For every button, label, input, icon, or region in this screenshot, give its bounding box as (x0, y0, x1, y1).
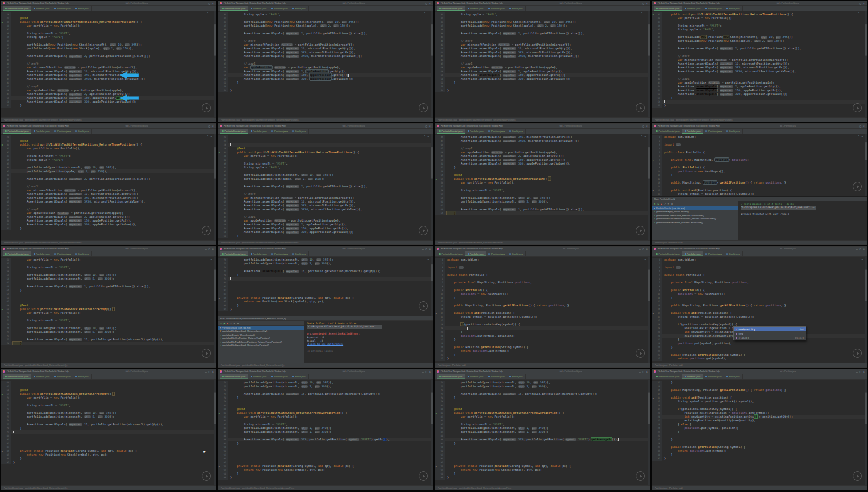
tab-position[interactable]: Position.java (52, 6, 73, 11)
run-gutter-icon[interactable]: ▶ (2, 20, 3, 24)
inspections-widget[interactable]: ⌃ ⌄ (858, 135, 864, 137)
tab-portfolio[interactable]: Portfolio.java (248, 129, 270, 134)
scrollbar[interactable] (431, 11, 433, 117)
rerun-failed-icon[interactable]: ▶ (224, 322, 225, 325)
inspections-widget[interactable]: ⌃ ⌄ (858, 257, 864, 260)
window-controls[interactable]: — ▢ ✕ (639, 125, 648, 128)
inspections-widget[interactable]: ⌃ ⌄ (858, 380, 864, 383)
settings-icon[interactable]: ⚙ (237, 322, 239, 325)
inspections-widget[interactable]: ⌃ ⌄ (424, 12, 430, 15)
inspections-widget[interactable]: ⌃ ⌄ (858, 12, 864, 15)
window-controls[interactable]: — ▢ ✕ (856, 248, 865, 250)
editor[interactable]: 1package com.tdd.me;23import ...45public… (652, 134, 867, 196)
run-gutter-icon[interactable]: ▶ (219, 296, 220, 300)
run-tab-label[interactable]: Run: PortfolioShould.portfolioWithSameSt… (220, 317, 286, 320)
editor[interactable]: 34 String apple = "AAPL";3536 portfolio.… (435, 11, 650, 117)
window-controls[interactable]: — ▢ ✕ (856, 125, 865, 128)
editor[interactable]: 2829 @Test30▶ public void portfolioWithT… (1, 11, 216, 117)
tab-stock[interactable]: Stock.java (73, 374, 92, 379)
inspections-widget[interactable]: ⌃ ⌄ (207, 257, 213, 260)
tab-position[interactable]: Position.java (486, 251, 507, 256)
menu-bar[interactable]: File Edit View Navigate Code Refactor Bu… (224, 370, 286, 373)
editor[interactable]: 44 Assertions.assertEquals( expected: 34… (435, 134, 650, 240)
inspections-widget[interactable]: ⌃ ⌄ (207, 380, 213, 383)
tab-position[interactable]: Position.java (703, 251, 724, 256)
tab-portfolioshould[interactable]: PortfolioShould.java (437, 129, 465, 134)
run-gutter-icon[interactable]: ▶ (219, 411, 220, 415)
editor[interactable]: 1package com.tdd.me;23import ...45public… (652, 257, 867, 363)
tab-portfolio[interactable]: Portfolio.java (682, 251, 704, 256)
completion-item[interactable]: new (734, 331, 806, 336)
tab-portfolioshould[interactable]: PortfolioShould.java (220, 129, 248, 134)
run-gutter-icon[interactable]: ▶ (436, 411, 437, 415)
tab-portfolio[interactable]: Portfolio.java (682, 374, 704, 379)
tab-stock[interactable]: Stock.java (724, 374, 743, 379)
run-gutter-icon[interactable]: ▶ (219, 150, 220, 154)
tab-portfolioshould[interactable]: PortfolioShould.java (654, 251, 682, 256)
editor[interactable]: 74 portfolio.add(position(microsoft, qty… (435, 380, 650, 485)
tab-portfolioshould[interactable]: PortfolioShould.java (3, 6, 31, 11)
menu-bar[interactable]: File Edit View Navigate Code Refactor Bu… (441, 2, 503, 4)
window-controls[interactable]: — ▢ ✕ (422, 370, 431, 373)
window-controls[interactable]: — ▢ ✕ (422, 2, 431, 5)
inspections-widget[interactable]: ⌃ ⌄ (207, 135, 213, 137)
window-controls[interactable]: — ▢ ✕ (422, 248, 431, 250)
sort-icon[interactable]: ≡ (668, 203, 669, 205)
tab-portfolio[interactable]: Portfolio.java (31, 129, 53, 134)
tab-portfolio[interactable]: Portfolio.java (31, 251, 53, 256)
scrollbar[interactable] (214, 11, 216, 117)
scrollbar[interactable] (431, 257, 433, 316)
tab-portfolioshould[interactable]: PortfolioShould.java (3, 129, 31, 134)
editor[interactable]: 74 portfolio.add(position(microsoft, qty… (218, 257, 433, 316)
menu-bar[interactable]: File Edit View Navigate Code Refactor Bu… (658, 2, 720, 4)
tab-position[interactable]: Position.java (52, 129, 73, 134)
tab-portfolio[interactable]: Portfolio.java (465, 6, 487, 11)
tab-stock[interactable]: Stock.java (507, 129, 526, 134)
scrollbar[interactable] (865, 257, 867, 363)
tab-position[interactable]: Position.java (52, 251, 73, 256)
tab-stock[interactable]: Stock.java (290, 129, 309, 134)
stop-icon[interactable]: ■ (661, 203, 662, 205)
window-controls[interactable]: — ▢ ✕ (639, 370, 648, 373)
menu-bar[interactable]: File Edit View Navigate Code Refactor Bu… (7, 125, 69, 127)
tab-stock[interactable]: Stock.java (724, 129, 743, 134)
tab-position[interactable]: Position.java (486, 374, 507, 379)
tab-portfolio[interactable]: Portfolio.java (248, 6, 270, 11)
editor[interactable]: 56 var portfolio = new Portfolio();5758 … (1, 257, 216, 363)
tab-position[interactable]: Position.java (703, 6, 724, 11)
run-gutter-icon[interactable]: ▶ (2, 392, 3, 396)
inspections-widget[interactable]: ⌃ ⌄ (424, 135, 430, 137)
menu-bar[interactable]: File Edit View Navigate Code Refactor Bu… (7, 2, 69, 4)
tab-stock[interactable]: Stock.java (507, 6, 526, 11)
run-gutter-icon[interactable]: ▶ (2, 307, 3, 311)
tab-stock[interactable]: Stock.java (290, 251, 309, 256)
completion-item[interactable]: newQuantityint (734, 327, 806, 331)
inspections-widget[interactable]: ⌃ ⌄ (424, 380, 430, 383)
scrollbar[interactable] (214, 380, 216, 485)
tab-portfolioshould[interactable]: PortfolioShould.java (654, 6, 682, 11)
run-gutter-icon[interactable]: ▶ (436, 177, 437, 181)
test-tree-row[interactable]: ✓portfolioWithSameStock_ReturnsOnePositi… (652, 220, 738, 224)
editor[interactable]: 12 }1314 public Map<String, Position> ge… (652, 380, 867, 485)
inspections-widget[interactable]: ⌃ ⌄ (207, 12, 213, 15)
tab-position[interactable]: Position.java (52, 374, 73, 379)
window-controls[interactable]: — ▢ ✕ (639, 2, 648, 5)
stop-icon[interactable]: ■ (227, 322, 228, 325)
editor[interactable]: 2829 @Test30▶ public void portfolioWithT… (1, 134, 216, 240)
tab-stock[interactable]: Stock.java (724, 6, 743, 11)
editor[interactable]: 34 String apple = "AAPL";3536 portfolio.… (218, 11, 433, 117)
sort-icon[interactable]: ≡ (234, 322, 235, 325)
scrollbar[interactable] (431, 134, 433, 240)
tab-stock[interactable]: Stock.java (73, 129, 92, 134)
tab-position[interactable]: Position.java (703, 374, 724, 379)
tab-portfolio[interactable]: Portfolio.java (465, 251, 487, 256)
run-tab-label[interactable]: Run: PortfolioShould (654, 198, 675, 200)
window-controls[interactable]: — ▢ ✕ (205, 370, 214, 373)
tab-portfolioshould[interactable]: PortfolioShould.java (220, 251, 248, 256)
inspections-widget[interactable]: ⌃ ⌄ (641, 12, 647, 15)
rerun-icon[interactable]: ↻ (654, 203, 656, 205)
inspections-widget[interactable]: ⌃ ⌄ (641, 380, 647, 383)
scrollbar[interactable] (648, 11, 650, 117)
menu-bar[interactable]: File Edit View Navigate Code Refactor Bu… (7, 370, 69, 373)
scrollbar[interactable] (865, 134, 867, 196)
